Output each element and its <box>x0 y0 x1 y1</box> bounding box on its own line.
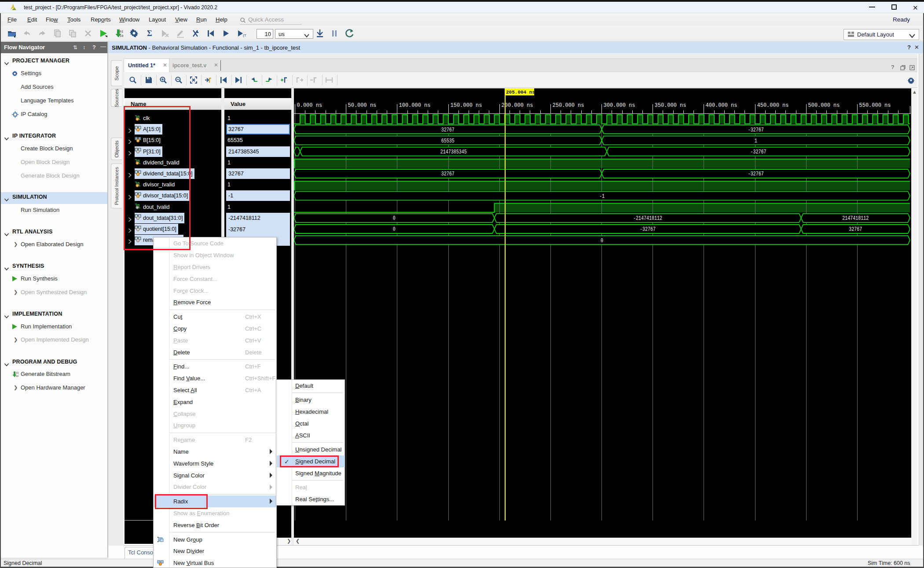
svg-text:50.000 ns: 50.000 ns <box>348 102 377 109</box>
svg-text:10: 10 <box>120 34 123 38</box>
svg-text:0: 0 <box>393 226 396 233</box>
svg-text:10: 10 <box>16 375 18 378</box>
svg-text:-2147418112: -2147418112 <box>633 215 662 222</box>
svg-text:350.000 ns: 350.000 ns <box>655 102 686 109</box>
svg-text:100.000 ns: 100.000 ns <box>399 102 431 109</box>
svg-text:2147385345: 2147385345 <box>440 149 467 155</box>
svg-text:-1: -1 <box>599 193 605 200</box>
svg-text:-32767: -32767 <box>751 149 766 155</box>
svg-text:0: 0 <box>393 215 396 222</box>
svg-text:200.000 ns: 200.000 ns <box>502 102 533 109</box>
svg-text:01: 01 <box>16 371 18 375</box>
svg-text:2147418112: 2147418112 <box>842 215 869 222</box>
svg-text:300.000 ns: 300.000 ns <box>604 102 635 109</box>
svg-text:450.000 ns: 450.000 ns <box>757 102 789 109</box>
svg-text:250.000 ns: 250.000 ns <box>553 102 584 109</box>
svg-text:-32767: -32767 <box>748 171 764 177</box>
svg-text:500.000 ns: 500.000 ns <box>808 102 840 109</box>
svg-text:32767: 32767 <box>441 171 455 177</box>
svg-text:1: 1 <box>755 138 757 144</box>
svg-text:0.000 ns: 0.000 ns <box>297 102 323 109</box>
svg-text:400.000 ns: 400.000 ns <box>706 102 737 109</box>
svg-text:(T): (T) <box>243 33 246 37</box>
svg-text:Σ: Σ <box>147 29 152 38</box>
svg-text:0: 0 <box>601 237 603 244</box>
svg-text:01: 01 <box>120 30 123 33</box>
svg-text:65535: 65535 <box>441 138 455 144</box>
svg-text:150.000 ns: 150.000 ns <box>451 102 482 109</box>
svg-text:205.004 ns: 205.004 ns <box>506 90 535 95</box>
svg-text:32767: 32767 <box>849 226 862 233</box>
svg-text:-32767: -32767 <box>748 127 764 133</box>
svg-text:32767: 32767 <box>441 127 455 133</box>
svg-text:-32767: -32767 <box>640 226 656 233</box>
svg-text:550.000 ns: 550.000 ns <box>859 102 891 109</box>
